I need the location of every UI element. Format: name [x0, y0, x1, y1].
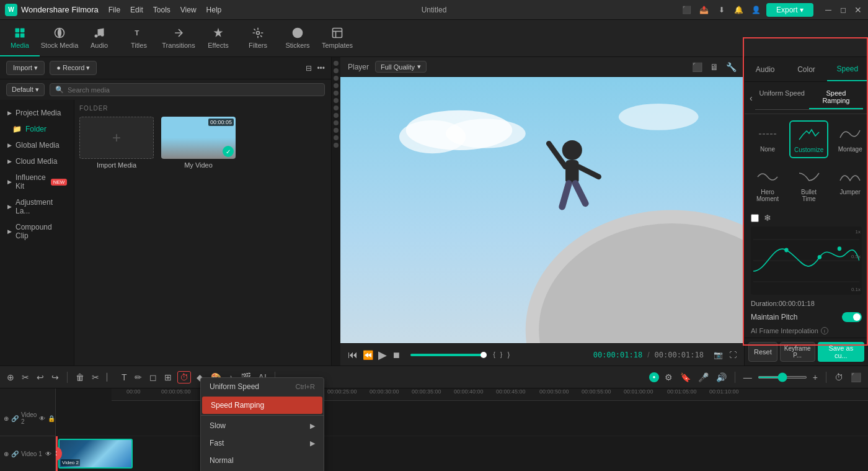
zoom-out-icon[interactable]: —: [742, 370, 754, 384]
stop-button[interactable]: ⏹: [392, 350, 401, 360]
record-button[interactable]: ● Record ▾: [50, 61, 97, 75]
sidebar-item-folder[interactable]: 📁 Folder: [0, 121, 74, 137]
video-clip-main[interactable]: Video 2: [58, 439, 133, 469]
preset-bullet-time[interactable]: Bullet Time: [789, 163, 828, 207]
preview-icon-1[interactable]: ⬛: [692, 62, 702, 72]
step-back-button[interactable]: ⏪: [363, 350, 373, 360]
ctx-normal[interactable]: Normal: [201, 452, 324, 469]
tab-stickers[interactable]: Stickers: [278, 20, 317, 56]
speaker-icon[interactable]: 🔊: [714, 370, 728, 384]
tab-templates[interactable]: Templates: [317, 20, 357, 56]
split-clip-icon[interactable]: ⎸: [105, 370, 116, 384]
preset-hero-moment[interactable]: Hero Moment: [751, 163, 784, 207]
pen-icon[interactable]: ✏: [133, 370, 144, 384]
lock-icon[interactable]: 🔒: [48, 415, 55, 422]
preset-customize[interactable]: Customize: [789, 120, 828, 158]
tab-speed[interactable]: Speed: [827, 57, 868, 81]
sidebar-item-global-media[interactable]: ▶ Global Media: [0, 137, 74, 153]
save-custom-button[interactable]: Save as cu...: [818, 342, 864, 362]
tab-titles[interactable]: T Titles: [119, 20, 159, 56]
tab-stock-media[interactable]: Stock Media: [40, 20, 79, 56]
reset-button[interactable]: Reset: [748, 342, 777, 362]
ctx-uniform-speed[interactable]: Uniform Speed Ctrl+R: [201, 378, 324, 395]
preset-none[interactable]: None: [751, 120, 784, 158]
cut-icon[interactable]: ✂: [90, 370, 101, 384]
mic-icon[interactable]: 🎤: [696, 370, 711, 384]
expand-icon[interactable]: ⬛: [849, 370, 863, 384]
prev-frame-button[interactable]: ⏮: [348, 349, 358, 361]
freeze-icon[interactable]: ❄: [764, 213, 771, 223]
topbar-icon-2[interactable]: 📤: [699, 5, 709, 15]
restore-button[interactable]: ◻: [838, 5, 848, 15]
close-button[interactable]: ✕: [853, 5, 863, 15]
tab-media[interactable]: Media: [0, 20, 40, 56]
eye-icon-2[interactable]: 👁: [45, 451, 51, 457]
redo-icon[interactable]: ↪: [50, 370, 61, 384]
time-icon[interactable]: ⏱: [833, 370, 845, 384]
play-button[interactable]: ▶: [378, 348, 387, 362]
export-button[interactable]: Export ▾: [766, 3, 813, 17]
quality-selector[interactable]: Full Quality ▾: [375, 61, 427, 73]
filter-icon[interactable]: ⊟: [306, 64, 312, 73]
sidebar-item-compound-clip[interactable]: ▶ Compound Clip: [0, 219, 74, 244]
tab-audio[interactable]: Audio: [79, 20, 119, 56]
crop-icon[interactable]: ⊞: [162, 370, 174, 384]
add-track-icon[interactable]: ⊕: [4, 415, 9, 422]
topbar-icon-5[interactable]: 👤: [751, 5, 761, 15]
preview-icon-2[interactable]: 🖥: [710, 62, 719, 72]
next-frame-icon[interactable]: ⟩: [507, 351, 510, 359]
tab-speed-ramping[interactable]: Speed Ramping: [809, 86, 863, 109]
my-video-thumb[interactable]: 00:00:05 ✓: [161, 117, 236, 159]
tab-color[interactable]: Color: [786, 57, 826, 81]
maintain-pitch-toggle[interactable]: [842, 312, 862, 322]
menu-tools[interactable]: Tools: [153, 6, 170, 14]
undo-icon[interactable]: ↩: [35, 370, 46, 384]
mark-in-icon[interactable]: {: [494, 351, 495, 358]
tab-audio[interactable]: Audio: [745, 57, 786, 81]
more-icon[interactable]: •••: [317, 64, 325, 73]
new-track-icon[interactable]: ⊕: [5, 370, 16, 384]
zoom-slider[interactable]: [758, 376, 807, 379]
snap-icon[interactable]: ⚙: [663, 370, 675, 384]
default-button[interactable]: Default ▾: [6, 83, 45, 96]
link-icon-2[interactable]: 🔗: [11, 451, 19, 457]
menu-edit[interactable]: Edit: [130, 6, 143, 14]
progress-bar[interactable]: [410, 354, 484, 356]
text-icon[interactable]: T: [120, 370, 129, 384]
sidebar-item-project-media[interactable]: ▶ Project Media: [0, 105, 74, 121]
add-track-icon-2[interactable]: ⊕: [4, 451, 9, 457]
chart-checkbox[interactable]: [751, 214, 759, 222]
topbar-icon-1[interactable]: ⬛: [682, 5, 692, 15]
mark-out-icon[interactable]: }: [500, 351, 502, 358]
keyframe-button[interactable]: Keyframe P...: [780, 342, 815, 362]
link-icon[interactable]: 🔗: [11, 415, 19, 422]
back-icon[interactable]: ‹: [750, 93, 753, 103]
screenshot-icon[interactable]: 📷: [714, 351, 723, 359]
ctx-speed-ramping[interactable]: Speed Ramping: [202, 397, 322, 414]
mask-icon[interactable]: ◻: [148, 370, 159, 384]
sidebar-item-influence-kit[interactable]: ▶ Influence Kit NEW: [0, 169, 74, 194]
ctx-slow[interactable]: Slow ▶: [201, 417, 324, 434]
menu-view[interactable]: View: [180, 6, 197, 14]
split-icon[interactable]: ✂: [20, 370, 31, 384]
menu-help[interactable]: Help: [206, 6, 222, 14]
marker-icon[interactable]: 🔖: [678, 370, 693, 384]
speed-icon[interactable]: ⏱: [177, 371, 191, 384]
tab-transitions[interactable]: Transitions: [159, 20, 198, 56]
import-button[interactable]: Import ▾: [6, 61, 45, 75]
menu-file[interactable]: File: [108, 6, 120, 14]
tab-uniform-speed[interactable]: Uniform Speed: [755, 86, 809, 109]
delete-icon[interactable]: 🗑: [74, 370, 86, 384]
tab-effects[interactable]: Effects: [198, 20, 238, 56]
preview-icon-3[interactable]: 🔧: [726, 62, 737, 72]
sidebar-item-cloud-media[interactable]: ▶ Cloud Media: [0, 153, 74, 169]
topbar-icon-3[interactable]: ⬇: [717, 5, 727, 15]
ctx-fast[interactable]: Fast ▶: [201, 434, 324, 452]
sidebar-item-adjustment[interactable]: ▶ Adjustment La...: [0, 194, 74, 219]
preset-montage[interactable]: Montage: [833, 120, 867, 158]
import-media-button[interactable]: +: [79, 117, 154, 159]
minimize-button[interactable]: ─: [823, 5, 833, 15]
eye-icon[interactable]: 👁: [39, 415, 45, 422]
record-tl-icon[interactable]: ●: [649, 372, 659, 382]
tab-filters[interactable]: Filters: [238, 20, 278, 56]
